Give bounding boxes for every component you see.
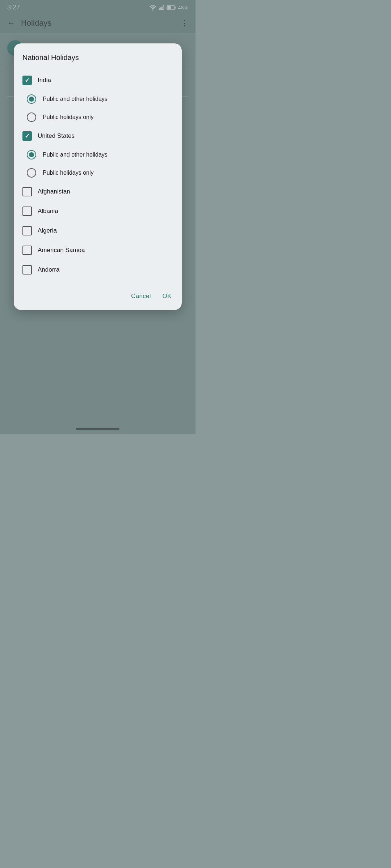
india-label: India (38, 77, 51, 84)
country-item-american-samoa[interactable]: American Samoa (22, 241, 173, 260)
country-item-andorra[interactable]: Andorra (22, 260, 173, 280)
us-radio-public-other[interactable] (27, 150, 36, 159)
us-radio-public-only[interactable] (27, 168, 36, 178)
albania-label: Albania (38, 208, 58, 215)
india-option-public-other-label: Public and other holidays (43, 96, 108, 102)
country-item-india[interactable]: India (22, 71, 173, 90)
us-option-public-only-label: Public holidays only (43, 170, 94, 176)
country-item-albania[interactable]: Albania (22, 201, 173, 221)
india-radio-public-other[interactable] (27, 94, 36, 104)
india-option-public-only[interactable]: Public holidays only (22, 108, 173, 126)
united-states-checkbox[interactable] (22, 131, 32, 141)
cancel-button[interactable]: Cancel (130, 290, 152, 303)
algeria-label: Algeria (38, 227, 57, 234)
american-samoa-checkbox[interactable] (22, 246, 32, 255)
national-holidays-dialog: National Holidays India Public and other… (14, 43, 182, 310)
country-item-algeria[interactable]: Algeria (22, 221, 173, 241)
india-radio-public-only[interactable] (27, 112, 36, 122)
dialog-title: National Holidays (22, 54, 173, 62)
india-option-public-other[interactable]: Public and other holidays (22, 90, 173, 108)
india-checkbox[interactable] (22, 76, 32, 85)
andorra-label: Andorra (38, 266, 59, 273)
india-option-public-only-label: Public holidays only (43, 114, 94, 120)
andorra-checkbox[interactable] (22, 265, 32, 275)
albania-checkbox[interactable] (22, 207, 32, 216)
dialog-actions: Cancel OK (22, 287, 173, 303)
algeria-checkbox[interactable] (22, 226, 32, 235)
us-option-public-other[interactable]: Public and other holidays (22, 146, 173, 164)
afghanistan-checkbox[interactable] (22, 187, 32, 196)
american-samoa-label: American Samoa (38, 247, 85, 254)
country-item-afghanistan[interactable]: Afghanistan (22, 182, 173, 201)
country-item-united-states[interactable]: United States (22, 126, 173, 146)
ok-button[interactable]: OK (161, 290, 173, 303)
united-states-label: United States (38, 132, 75, 140)
us-option-public-other-label: Public and other holidays (43, 152, 108, 158)
afghanistan-label: Afghanistan (38, 188, 70, 195)
us-option-public-only[interactable]: Public holidays only (22, 164, 173, 182)
